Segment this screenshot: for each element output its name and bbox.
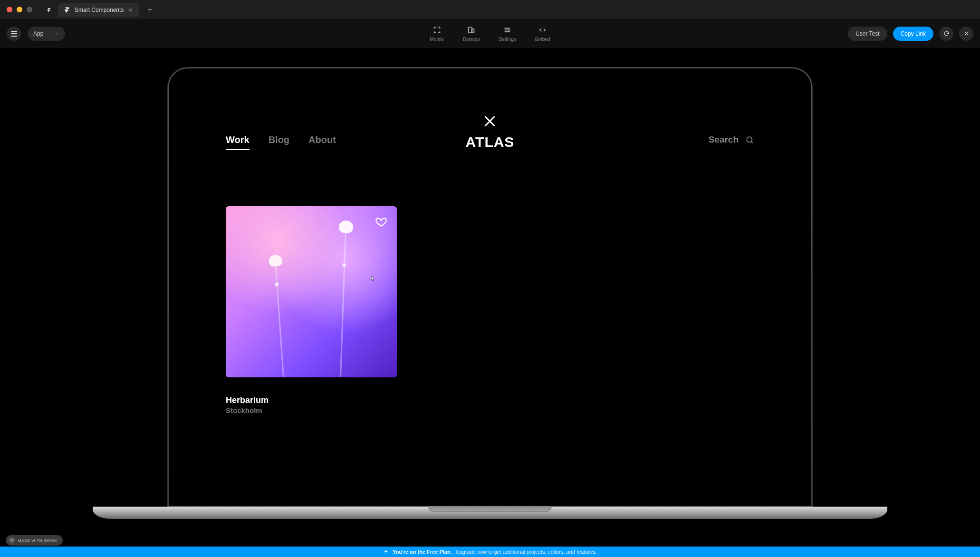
watermark-text: MADE WITH GIFOX [18,538,57,543]
card-title: Herbarium [226,395,397,405]
site-search[interactable]: Search [709,134,754,145]
device-base [93,507,887,519]
window-minimize-dot[interactable] [17,7,22,12]
code-icon [538,26,547,34]
window-traffic-lights[interactable] [7,7,32,12]
card-subtitle: Stockholm [226,406,397,414]
preview-mode-label: Mobile [430,37,444,42]
framer-logo-icon [47,7,51,13]
main-menu-button[interactable] [7,27,21,41]
search-icon [745,135,754,144]
banner-rest: Upgrade now to get additional projects, … [456,549,597,555]
nav-link-about[interactable]: About [308,134,336,145]
tab-smart-components[interactable]: Smart Components ✕ [58,3,139,17]
upgrade-banner[interactable]: You're on the Free Plan. Upgrade now to … [0,547,980,557]
new-tab-button[interactable]: + [143,2,157,17]
artwork-stem [340,221,347,377]
preview-mode-embed[interactable]: Embed [535,26,550,42]
nav-link-work[interactable]: Work [226,134,250,145]
work-card[interactable]: Herbarium Stockholm [226,206,397,414]
logo-x-icon [466,114,515,131]
preview-mode-label: Devices [463,37,480,42]
svg-point-5 [506,31,508,32]
gifox-watermark: MADE WITH GIFOX [6,535,63,546]
nav-link-blog[interactable]: Blog [269,134,289,145]
chevron-down-icon [55,31,59,36]
button-label: User Test [855,30,879,37]
site-logo[interactable]: ATLAS [466,114,515,150]
tab-home[interactable] [41,3,57,17]
window-close-dot[interactable] [7,7,12,12]
sliders-icon [503,26,512,34]
devices-icon [467,26,476,34]
close-preview-button[interactable] [959,27,973,41]
preview-mode-mobile[interactable]: Mobile [430,26,444,42]
page-selector[interactable]: App [28,27,65,41]
preview-mode-label: Embed [535,37,550,42]
favorite-button[interactable] [374,215,388,229]
copy-link-button[interactable]: Copy Link [893,27,933,41]
preview-mode-settings[interactable]: Settings [499,26,516,42]
svg-point-4 [508,29,509,30]
banner-strong: You're on the Free Plan. [393,549,452,555]
artwork-stem [274,254,284,377]
framer-logo-icon [64,7,70,13]
pointer-cursor-icon [368,274,377,284]
preview-mode-devices[interactable]: Devices [463,26,480,42]
button-label: Copy Link [901,30,926,37]
svg-point-3 [505,27,507,29]
heart-icon [375,216,387,228]
window-zoom-dot[interactable] [27,7,32,12]
preview-site[interactable]: Work Blog About ATLAS [173,73,807,501]
gifox-icon [9,537,15,544]
tab-label: Smart Components [75,7,124,13]
device-mockup-laptop: Work Blog About ATLAS [168,67,812,519]
user-test-button[interactable]: User Test [848,27,887,41]
search-label: Search [709,134,739,145]
preview-mode-label: Settings [499,37,516,42]
close-icon [963,30,970,37]
tab-close-icon[interactable]: ✕ [128,7,133,14]
card-image[interactable] [226,206,397,377]
fullscreen-icon [432,26,441,34]
svg-point-6 [747,137,752,142]
page-selector-label: App [33,30,43,37]
svg-rect-1 [472,29,474,32]
site-nav: Work Blog About [226,134,336,145]
reload-button[interactable] [939,27,953,41]
sparkle-icon [383,549,389,555]
logo-wordmark: ATLAS [466,134,515,150]
reload-icon [943,30,950,37]
